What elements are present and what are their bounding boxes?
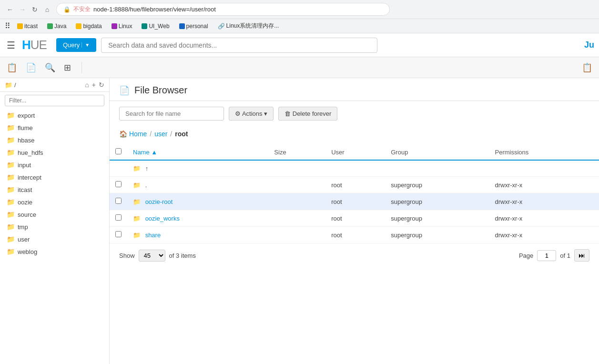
sidebar-item-weblog[interactable]: 📁 weblog bbox=[0, 245, 109, 258]
pagination-right: Page of 1 ⏭ bbox=[519, 249, 589, 262]
bookmark-label-linux: Linux bbox=[119, 23, 132, 30]
select-all-col[interactable] bbox=[110, 144, 127, 160]
search-icon[interactable]: 🔍 bbox=[45, 62, 55, 73]
sidebar-filter-input[interactable] bbox=[5, 95, 104, 106]
row-permissions: drwxr-xr-x bbox=[489, 177, 599, 193]
add-folder-icon[interactable]: + bbox=[92, 81, 96, 89]
show-select[interactable]: 10 25 45 100 bbox=[139, 250, 165, 262]
row-checkbox[interactable] bbox=[115, 181, 122, 187]
sidebar-item-tmp[interactable]: 📁 tmp bbox=[0, 221, 109, 233]
query-button[interactable]: Query ▼ bbox=[56, 38, 96, 52]
row-checkbox[interactable] bbox=[115, 198, 122, 204]
sidebar-path-bar: 📁 / ⌂ + ↻ bbox=[0, 78, 109, 92]
page-input[interactable] bbox=[537, 250, 556, 261]
col-header-name[interactable]: Name ▲ bbox=[127, 144, 268, 160]
delete-forever-button[interactable]: 🗑 Delete forever bbox=[278, 107, 337, 121]
bookmark-icon-personal bbox=[179, 23, 185, 29]
col-header-user[interactable]: User bbox=[325, 144, 385, 160]
bookmark-personal[interactable]: personal bbox=[176, 22, 211, 30]
nav-refresh[interactable]: ↻ bbox=[30, 4, 40, 15]
bookmark-linux[interactable]: Linux bbox=[109, 22, 135, 30]
row-size bbox=[268, 160, 325, 177]
folder-icon-itcast: 📁 bbox=[7, 186, 15, 193]
row-user bbox=[325, 160, 385, 177]
apps-icon[interactable]: ⠿ bbox=[5, 21, 10, 30]
actions-button[interactable]: ⚙ Actions ▾ bbox=[229, 107, 274, 121]
hamburger-menu[interactable]: ☰ bbox=[5, 38, 17, 53]
row-checkbox-col[interactable] bbox=[110, 177, 127, 193]
bookmark-linuxmem[interactable]: 🔗 Linux系统清理内存... bbox=[215, 21, 282, 31]
sidebar-path-actions: ⌂ + ↻ bbox=[85, 81, 104, 89]
folder-icon: 📁 bbox=[133, 182, 141, 189]
refresh-sidebar-icon[interactable]: ↻ bbox=[99, 81, 104, 89]
folder-icon-intercept: 📁 bbox=[7, 173, 15, 181]
row-size bbox=[268, 227, 325, 243]
breadcrumb-user[interactable]: user bbox=[154, 130, 167, 138]
bookmark-java[interactable]: Java bbox=[44, 22, 69, 30]
folder-icon-flume: 📁 bbox=[7, 124, 15, 131]
new-document-icon[interactable]: 📋 bbox=[7, 62, 17, 73]
file-link-oozie-root[interactable]: oozie-root bbox=[145, 198, 173, 205]
grid-icon[interactable]: ⊞ bbox=[64, 62, 71, 73]
col-header-permissions[interactable]: Permissions bbox=[489, 144, 599, 160]
col-header-size[interactable]: Size bbox=[268, 144, 325, 160]
bookmark-itcast[interactable]: itcast bbox=[14, 22, 41, 30]
bookmark-uiweb[interactable]: UI_Web bbox=[139, 22, 172, 30]
copy-icon[interactable]: 📄 bbox=[26, 62, 36, 73]
nav-forward[interactable]: → bbox=[17, 4, 28, 15]
file-link-share[interactable]: share bbox=[145, 232, 161, 239]
col-header-group[interactable]: Group bbox=[385, 144, 489, 160]
bookmark-icon-bigdata bbox=[76, 23, 81, 29]
actions-label: ⚙ Actions ▾ bbox=[235, 110, 267, 117]
sidebar-item-hbase[interactable]: 📁 hbase bbox=[0, 134, 109, 146]
sidebar-item-flume[interactable]: 📁 flume bbox=[0, 121, 109, 134]
table-header-row: Name ▲ Size User Group Permissions bbox=[110, 144, 599, 160]
nav-back[interactable]: ← bbox=[5, 4, 15, 15]
row-checkbox[interactable] bbox=[115, 231, 122, 237]
last-page-button[interactable]: ⏭ bbox=[574, 249, 589, 262]
select-all-checkbox[interactable] bbox=[115, 148, 122, 154]
sidebar-item-user[interactable]: 📁 user bbox=[0, 233, 109, 245]
row-name-oozie-root: 📁 oozie-root bbox=[127, 193, 268, 210]
row-group bbox=[385, 160, 489, 177]
row-checkbox-col[interactable] bbox=[110, 210, 127, 227]
app-toolbar: 📋 📄 🔍 ⊞ 📋 bbox=[0, 57, 599, 78]
pagination-bar: Show 10 25 45 100 of 3 items Page of 1 ⏭ bbox=[110, 243, 599, 267]
file-search-input[interactable] bbox=[119, 107, 224, 121]
bookmark-bigdata[interactable]: bigdata bbox=[73, 22, 104, 30]
table-row: 📁 oozie-root root supergroup drwxr-xr-x bbox=[110, 193, 599, 210]
home-icon[interactable]: ⌂ bbox=[85, 81, 89, 89]
show-label: Show bbox=[119, 252, 135, 259]
clipboard-icon[interactable]: 📋 bbox=[582, 62, 592, 73]
sidebar-item-hue-hdfs[interactable]: 📁 hue_hdfs bbox=[0, 146, 109, 159]
sidebar-item-input[interactable]: 📁 input bbox=[0, 159, 109, 171]
file-link-oozie-works[interactable]: oozie_works bbox=[145, 215, 180, 222]
row-size bbox=[268, 193, 325, 210]
nav-icons: ← → ↻ ⌂ bbox=[5, 4, 52, 15]
nav-home[interactable]: ⌂ bbox=[42, 4, 52, 15]
row-user: root bbox=[325, 227, 385, 243]
sidebar-item-intercept[interactable]: 📁 intercept bbox=[0, 171, 109, 183]
row-checkbox-col[interactable] bbox=[110, 193, 127, 210]
row-checkbox[interactable] bbox=[115, 214, 122, 221]
breadcrumb-home[interactable]: 🏠 Home bbox=[119, 130, 147, 138]
breadcrumb-sep-1: / bbox=[150, 130, 152, 138]
sidebar-item-itcast[interactable]: 📁 itcast bbox=[0, 183, 109, 196]
bookmark-icon-linux bbox=[112, 23, 117, 29]
query-dropdown-arrow: ▼ bbox=[81, 42, 90, 48]
sidebar-item-label-weblog: weblog bbox=[18, 248, 37, 255]
sidebar-item-oozie[interactable]: 📁 oozie bbox=[0, 196, 109, 208]
file-browser-header: 📄 File Browser bbox=[110, 78, 599, 101]
url-text: node-1:8888/hue/filebrowser/view=/user/r… bbox=[93, 6, 216, 13]
sidebar: 📁 / ⌂ + ↻ 📁 export 📁 flume 📁 hbase 📁 hue… bbox=[0, 78, 110, 364]
row-checkbox-col[interactable] bbox=[110, 227, 127, 243]
row-user: root bbox=[325, 193, 385, 210]
sidebar-item-source[interactable]: 📁 source bbox=[0, 208, 109, 221]
sidebar-item-export[interactable]: 📁 export bbox=[0, 109, 109, 121]
address-bar[interactable]: 🔒 不安全 node-1:8888/hue/filebrowser/view=/… bbox=[56, 3, 390, 16]
query-label: Query bbox=[63, 41, 80, 49]
sort-icon: ▲ bbox=[151, 149, 157, 156]
global-search-input[interactable] bbox=[101, 38, 377, 53]
row-size bbox=[268, 177, 325, 193]
folder-icon: 📁 bbox=[133, 165, 141, 172]
